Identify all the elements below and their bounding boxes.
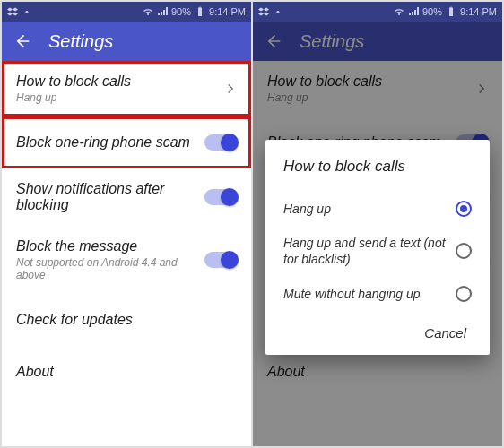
setting-title: Check for updates bbox=[16, 312, 133, 328]
page-title: Settings bbox=[48, 31, 113, 52]
option-label: Hang up and send a text (not for blackli… bbox=[283, 235, 447, 267]
dialog-option-hang-up[interactable]: Hang up bbox=[283, 192, 472, 226]
screen-right: • 90% 9:14 PM Settings How to block call… bbox=[253, 2, 502, 446]
setting-how-to-block[interactable]: How to block calls Hang up bbox=[2, 61, 251, 116]
dialog-option-hang-up-text[interactable]: Hang up and send a text (not for blackli… bbox=[283, 226, 472, 276]
wifi-icon bbox=[143, 6, 153, 17]
chevron-right-icon bbox=[224, 82, 237, 95]
option-label: Hang up bbox=[283, 201, 331, 217]
clock-text: 9:14 PM bbox=[460, 6, 497, 17]
radio-icon[interactable] bbox=[456, 201, 472, 217]
cancel-button[interactable]: Cancel bbox=[419, 318, 472, 348]
radio-icon[interactable] bbox=[456, 286, 472, 302]
clock-text: 9:14 PM bbox=[209, 6, 246, 17]
setting-title: Show notifications after blocking bbox=[16, 181, 204, 213]
signal-icon bbox=[408, 6, 419, 17]
dropbox-icon bbox=[7, 6, 18, 17]
notification-dot-icon: • bbox=[273, 6, 283, 17]
status-bar: • 90% 9:14 PM bbox=[2, 2, 251, 22]
notification-dot-icon: • bbox=[22, 6, 32, 17]
dialog-how-to-block: How to block calls Hang up Hang up and s… bbox=[265, 140, 490, 355]
toggle-switch[interactable] bbox=[204, 134, 237, 151]
back-icon[interactable] bbox=[13, 32, 30, 50]
setting-one-ring-scam[interactable]: Block one-ring phone scam bbox=[2, 116, 251, 168]
setting-show-notifications[interactable]: Show notifications after blocking bbox=[2, 168, 251, 226]
setting-subtitle: Hang up bbox=[16, 91, 131, 104]
setting-about[interactable]: About bbox=[2, 346, 251, 398]
toggle-switch[interactable] bbox=[204, 252, 237, 268]
setting-title: About bbox=[16, 364, 54, 380]
battery-icon bbox=[195, 6, 205, 17]
setting-title: Block the message bbox=[16, 238, 204, 254]
wifi-icon bbox=[394, 6, 404, 17]
setting-title: Block one-ring phone scam bbox=[16, 134, 190, 151]
battery-icon bbox=[446, 6, 456, 17]
status-bar: • 90% 9:14 PM bbox=[253, 2, 502, 22]
setting-title: How to block calls bbox=[16, 73, 131, 90]
battery-percent: 90% bbox=[171, 6, 191, 17]
app-bar: Settings bbox=[2, 22, 251, 61]
dialog-option-mute[interactable]: Mute without hanging up bbox=[283, 277, 472, 311]
setting-check-updates[interactable]: Check for updates bbox=[2, 294, 251, 346]
settings-list: How to block calls Hang up Block one-rin… bbox=[2, 61, 251, 398]
battery-percent: 90% bbox=[422, 6, 442, 17]
dialog-title: How to block calls bbox=[283, 158, 472, 176]
toggle-switch[interactable] bbox=[204, 189, 237, 205]
setting-subtitle: Not supported on Android 4.4 and above bbox=[16, 256, 204, 281]
setting-block-message[interactable]: Block the message Not supported on Andro… bbox=[2, 226, 251, 294]
option-label: Mute without hanging up bbox=[283, 286, 421, 302]
signal-icon bbox=[157, 6, 168, 17]
dropbox-icon bbox=[258, 6, 269, 17]
radio-icon[interactable] bbox=[456, 243, 472, 259]
screen-left: • 90% 9:14 PM Settings How to block call… bbox=[2, 2, 251, 446]
